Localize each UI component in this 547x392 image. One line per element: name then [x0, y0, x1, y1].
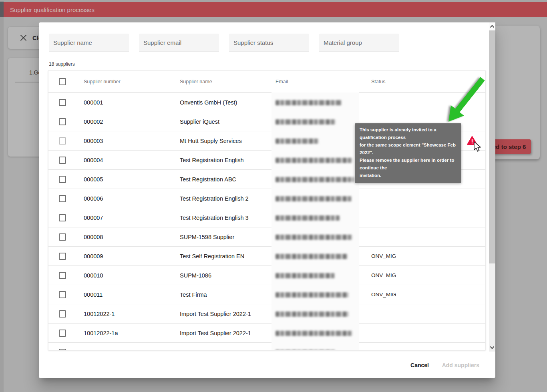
supplier-name-cell: Test Registration English 2: [180, 189, 249, 208]
row-checkbox[interactable]: [59, 272, 66, 279]
material-group-filter-input[interactable]: [319, 34, 399, 52]
table-row[interactable]: 000001Onventis GmbH (Test): [48, 93, 485, 112]
row-checkbox[interactable]: [59, 214, 66, 221]
email-blur-mark: [276, 215, 340, 221]
supplier-name-cell: Supplier iQuest: [180, 112, 219, 131]
email-redacted: [271, 208, 359, 228]
supplier-number-cell: 10012022-1b: [84, 343, 118, 350]
scrollbar-thumb[interactable]: [489, 30, 495, 263]
invitation-warning-tooltip: This supplier is already invited to a qu…: [355, 123, 461, 183]
email-blur-mark: [276, 158, 352, 163]
row-checkbox[interactable]: [59, 233, 66, 241]
email-redacted: [271, 169, 359, 189]
column-header-supplier-name: Supplier name: [180, 71, 212, 93]
email-redacted: [271, 131, 359, 151]
supplier-name-cell: Import Test Supplier 2022-1: [180, 324, 251, 343]
email-redacted: [271, 150, 359, 170]
scrollbar-up-icon: [490, 25, 495, 28]
row-checkbox[interactable]: [59, 195, 66, 202]
table-row[interactable]: 000009Test Self Registration ENONV_MIG: [48, 247, 485, 266]
supplier-number-cell: 000002: [84, 112, 103, 131]
table-row[interactable]: 000006Test Registration English 2: [48, 189, 485, 208]
email-blur-mark: [276, 273, 335, 278]
add-suppliers-dialog: 18 suppliers Supplier number Supplier na…: [39, 22, 495, 378]
column-header-status: Status: [371, 71, 385, 93]
email-redacted: [271, 265, 359, 285]
supplier-number-cell: 000011: [84, 285, 103, 304]
email-redacted: [271, 227, 359, 247]
supplier-number-cell: 000010: [84, 266, 103, 285]
callout-arrow-icon: [436, 72, 493, 130]
supplier-number-cell: 000003: [84, 131, 103, 151]
row-checkbox[interactable]: [59, 349, 66, 351]
supplier-name-cell: Test Registration English: [180, 151, 244, 170]
supplier-name-cell: SUPM-1086: [180, 266, 211, 285]
row-checkbox[interactable]: [59, 291, 66, 298]
supplier-name-cell: Import Test Supplier 2022-1: [180, 304, 251, 324]
email-blur-mark: [276, 254, 348, 259]
table-row[interactable]: 000008SUPM-1598 Supplier: [48, 227, 485, 247]
row-checkbox[interactable]: [59, 330, 66, 337]
table-row[interactable]: 10012022-1bImport Test Supplier 2022-1: [48, 343, 485, 350]
email-blur-mark: [276, 350, 336, 351]
row-checkbox[interactable]: [59, 157, 66, 164]
email-blur-mark: [276, 119, 336, 125]
table-row[interactable]: 000007Test Registration English 3: [48, 208, 485, 227]
supplier-number-cell: 000008: [84, 227, 103, 247]
add-suppliers-button[interactable]: Add suppliers: [442, 359, 479, 371]
supplier-name-cell: Test Registration ABC: [180, 170, 236, 189]
supplier-name-filter-input[interactable]: [49, 34, 129, 52]
row-checkbox[interactable]: [59, 310, 66, 318]
email-redacted: [271, 323, 359, 343]
table-header-row: Supplier number Supplier name Email Stat…: [48, 71, 485, 93]
scrollbar-down-button[interactable]: [489, 344, 495, 352]
email-redacted: [271, 189, 359, 209]
suppliers-table: Supplier number Supplier name Email Stat…: [48, 70, 486, 350]
row-checkbox[interactable]: [59, 253, 66, 260]
page-title: Supplier qualification processes: [10, 6, 95, 13]
supplier-name-cell: Test Self Registration EN: [180, 247, 244, 266]
email-redacted: [271, 304, 359, 324]
supplier-number-cell: 000009: [84, 247, 103, 266]
email-blur-mark: [276, 235, 352, 240]
close-icon: [20, 34, 27, 42]
supplier-status-cell: ONV_MIG: [371, 266, 396, 285]
scrollbar-up-button[interactable]: [489, 22, 495, 30]
supplier-email-filter-input[interactable]: [139, 34, 219, 52]
row-checkbox[interactable]: [59, 118, 66, 125]
supplier-name-cell: Test Registration English 3: [180, 208, 249, 227]
email-blur-mark: [276, 312, 348, 317]
supplier-status-cell: ONV_MIG: [371, 247, 396, 266]
tooltip-line: invitation.: [360, 172, 457, 179]
supplier-status-filter-input[interactable]: [229, 34, 309, 52]
table-row[interactable]: 10012022-1aImport Test Supplier 2022-1: [48, 324, 485, 343]
row-checkbox: [59, 137, 66, 145]
supplier-name-cell: SUPM-1598 Supplier: [180, 227, 234, 247]
column-header-email: Email: [276, 71, 288, 93]
supplier-number-cell: 000006: [84, 189, 103, 208]
column-header-supplier-number: Supplier number: [84, 71, 121, 93]
email-blur-mark: [276, 100, 342, 105]
email-redacted: [271, 342, 359, 350]
supplier-count: 18 suppliers: [49, 61, 75, 67]
row-checkbox[interactable]: [59, 176, 66, 183]
select-all-checkbox[interactable]: [59, 78, 66, 85]
supplier-name-cell: Import Test Supplier 2022-1: [180, 343, 251, 350]
table-row[interactable]: 000010SUPM-1086ONV_MIG: [48, 266, 485, 285]
supplier-name-cell: Test Firma: [180, 285, 207, 304]
cancel-button[interactable]: Cancel: [410, 359, 429, 371]
supplier-number-cell: 000005: [84, 170, 103, 189]
supplier-name-cell: Onventis GmbH (Test): [180, 93, 237, 112]
mouse-cursor-icon: [473, 141, 482, 154]
left-edge-strip: [0, 17, 4, 392]
supplier-number-cell: 000004: [84, 151, 103, 170]
supplier-name-cell: Mt Hutt Supply Services: [180, 131, 242, 151]
email-redacted: [271, 92, 359, 113]
supplier-number-cell: 000001: [84, 93, 103, 112]
tooltip-line: for the same scope element "Showcase Feb…: [360, 141, 457, 157]
supplier-number-cell: 10012022-1a: [84, 324, 118, 343]
row-checkbox[interactable]: [59, 99, 66, 106]
email-redacted: [271, 112, 359, 132]
table-row[interactable]: 10012022-1Import Test Supplier 2022-1: [48, 304, 485, 324]
table-row[interactable]: 000011Test FirmaONV_MIG: [48, 285, 485, 304]
